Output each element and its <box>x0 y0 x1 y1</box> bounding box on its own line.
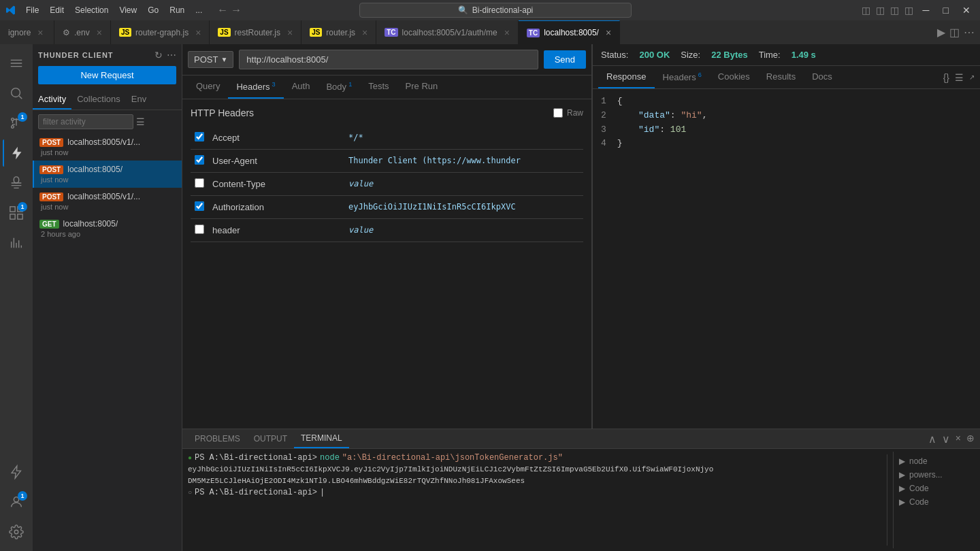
tab-label: .env <box>74 28 90 37</box>
activity-item[interactable]: GET localhost:8005/ 2 hours ago <box>33 215 182 242</box>
tab-terminal[interactable]: TERMINAL <box>294 429 349 448</box>
header-checkbox-3[interactable] <box>195 201 204 211</box>
toggle-sidebar-right[interactable]: ◫ <box>876 5 885 16</box>
title-bar-search[interactable]: 🔍 Bi-directional-api <box>359 3 632 18</box>
customize-layout[interactable]: ◫ <box>904 5 913 16</box>
activity-icon-chart[interactable] <box>3 229 30 256</box>
json-line-3: 3 "id" : 101 <box>601 123 972 137</box>
tab-body[interactable]: Body 1 <box>318 76 360 99</box>
sidebar-nav-activity[interactable]: Activity <box>33 90 71 110</box>
activity-icon-explorer[interactable] <box>3 50 30 77</box>
url-input[interactable] <box>239 50 538 69</box>
more-actions-icon[interactable]: ⋯ <box>964 26 975 39</box>
new-request-button[interactable]: New Request <box>38 66 176 84</box>
run-all-icon[interactable]: ▶ <box>937 26 945 39</box>
tab-problems[interactable]: PROBLEMS <box>188 430 247 448</box>
menu-selection[interactable]: Selection <box>71 4 112 16</box>
svg-point-0 <box>12 88 20 97</box>
tab-query[interactable]: Query <box>188 76 228 99</box>
sidebar-refresh-icon[interactable]: ↻ <box>154 50 163 61</box>
split-view-icon[interactable]: ◫ <box>949 26 960 39</box>
activity-icon-git[interactable]: 1 <box>3 110 30 137</box>
resp-format-icon[interactable]: {} <box>943 72 949 83</box>
sidebar-nav-env[interactable]: Env <box>126 90 152 110</box>
tab-auth-me[interactable]: TC localhost:8005/v1/auth/me × <box>376 20 519 44</box>
method-select[interactable]: POST ▼ <box>188 51 233 68</box>
tab-tests[interactable]: Tests <box>360 76 397 99</box>
tab-headers[interactable]: Headers 3 <box>228 76 283 99</box>
activity-icon-lightning[interactable] <box>3 458 30 486</box>
tab-env[interactable]: ⚙ .env × <box>54 20 111 44</box>
resp-tab-results[interactable]: Results <box>758 66 804 88</box>
activity-item-active[interactable]: POST localhost:8005/ just now <box>33 161 182 188</box>
resp-more-icon[interactable]: ☰ <box>955 72 964 83</box>
tab-localhost-active[interactable]: TC localhost:8005/ × <box>519 20 620 44</box>
tab-close-ignore[interactable]: × <box>37 27 43 38</box>
activity-icon-account[interactable]: 1 <box>3 488 30 516</box>
resp-tab-cookies[interactable]: Cookies <box>710 66 758 88</box>
header-checkbox-1[interactable] <box>195 155 204 165</box>
sidebar-nav-collections[interactable]: Collections <box>71 90 126 110</box>
menu-edit[interactable]: Edit <box>46 4 68 16</box>
terminal-panel-powers[interactable]: ▶ powers... <box>894 468 975 482</box>
menu-go[interactable]: Go <box>144 4 163 16</box>
header-checkbox-2[interactable] <box>195 178 204 188</box>
raw-checkbox[interactable] <box>553 108 563 118</box>
tab-close-localhost[interactable]: × <box>606 27 611 38</box>
tab-actions: ▶ ◫ ⋯ <box>937 20 980 44</box>
toggle-panel[interactable]: ◫ <box>890 5 899 16</box>
raw-toggle[interactable]: Raw <box>553 108 583 118</box>
menu-file[interactable]: File <box>22 4 43 16</box>
tab-ignore[interactable]: ignore × <box>0 20 54 44</box>
terminal-scroll-up[interactable]: ∧ <box>928 433 936 446</box>
tab-router-graph[interactable]: JS router-graph.js × <box>111 20 210 44</box>
resp-tab-headers[interactable]: Headers 6 <box>655 66 710 88</box>
activity-icon-search[interactable] <box>3 80 30 107</box>
resp-expand-icon[interactable]: ↗ <box>969 73 975 81</box>
tab-auth[interactable]: Auth <box>284 76 318 99</box>
terminal-panel-code-1[interactable]: ▶ Code <box>894 482 975 495</box>
resp-tab-response[interactable]: Response <box>598 66 655 88</box>
nav-back[interactable]: ← <box>217 4 228 16</box>
split-editor[interactable]: ◫ <box>862 5 870 16</box>
activity-item[interactable]: POST localhost:8005/v1/... just now <box>33 188 182 215</box>
activity-icon-thunder[interactable] <box>3 139 30 167</box>
tab-close-router-graph[interactable]: × <box>195 27 201 38</box>
terminal-expand[interactable]: ⊕ <box>966 433 975 446</box>
minimize-btn[interactable]: ─ <box>919 5 934 16</box>
activity-icon-extensions[interactable]: 1 <box>3 199 30 227</box>
tab-close-auth-me[interactable]: × <box>504 27 510 38</box>
activity-icon-settings[interactable] <box>3 518 30 546</box>
terminal-panel-code-2[interactable]: ▶ Code <box>894 495 975 509</box>
header-key-4: header <box>208 218 344 241</box>
tab-prerun[interactable]: Pre Run <box>397 76 446 99</box>
filter-input[interactable] <box>38 114 133 129</box>
nav-forward[interactable]: → <box>231 4 242 16</box>
terminal-scroll-down[interactable]: ∨ <box>942 433 950 446</box>
sidebar-more-icon[interactable]: ⋯ <box>167 50 176 61</box>
tab-output[interactable]: OUTPUT <box>247 430 294 448</box>
filter-icon[interactable]: ☰ <box>136 116 145 127</box>
header-checkbox-0[interactable] <box>195 132 204 141</box>
menu-run[interactable]: Run <box>165 4 189 16</box>
activity-item[interactable]: POST localhost:8005/v1/... just now <box>33 133 182 161</box>
activity-icon-debug[interactable] <box>3 169 30 197</box>
send-button[interactable]: Send <box>544 50 586 69</box>
content-area: POST ▼ Send Query Headers 3 Auth Bo <box>182 44 980 551</box>
close-btn[interactable]: ✕ <box>958 5 975 16</box>
maximize-btn[interactable]: □ <box>939 5 953 16</box>
resp-tab-docs[interactable]: Docs <box>804 66 840 88</box>
tab-close-router[interactable]: × <box>362 27 368 38</box>
tab-close-restrouter[interactable]: × <box>287 27 293 38</box>
menu-view[interactable]: View <box>115 4 141 16</box>
activity-item-url: localhost:8005/v1/... <box>67 137 140 147</box>
header-checkbox-4[interactable] <box>195 224 204 234</box>
terminal-close[interactable]: × <box>956 433 961 446</box>
tab-router[interactable]: JS router.js × <box>301 20 376 44</box>
terminal-output-1: eyJhbGciOiJIUzI1NiIsInR5cCI6IkpXVCJ9.eyJ… <box>188 464 881 475</box>
tab-close-env[interactable]: × <box>97 27 102 38</box>
menu-more[interactable]: ... <box>191 4 206 16</box>
status-value: 200 OK <box>639 50 670 60</box>
terminal-panel-node[interactable]: ▶ node <box>894 454 975 468</box>
tab-restrouter[interactable]: JS restRouter.js × <box>210 20 301 44</box>
